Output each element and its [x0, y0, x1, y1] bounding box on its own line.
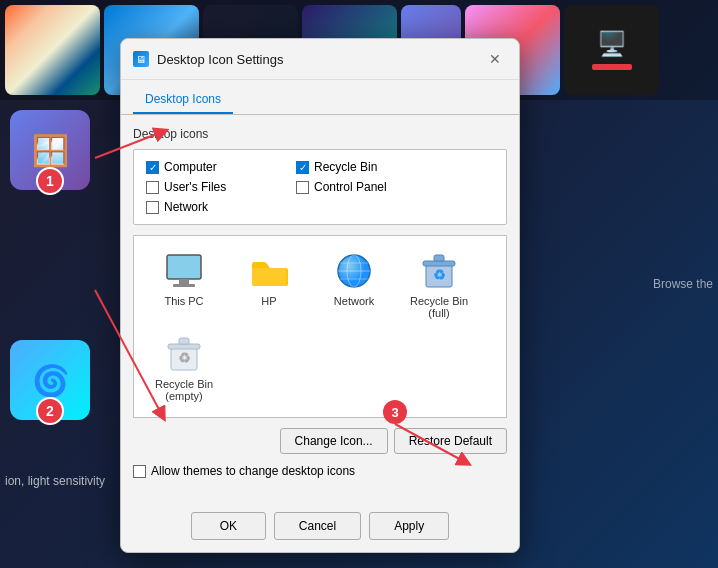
this-pc-label: This PC [164, 295, 203, 307]
checkbox-computer[interactable]: Computer [146, 160, 276, 174]
bottom-left-text: ion, light sensitivity [5, 474, 105, 488]
sidebar-badge-1: 1 [36, 167, 64, 195]
icon-network[interactable]: Network [314, 246, 394, 324]
change-icon-button[interactable]: Change Icon... [280, 428, 388, 454]
right-edge-text: Browse the [648, 267, 718, 301]
network-icon [334, 251, 374, 291]
control-panel-checkbox[interactable] [296, 181, 309, 194]
computer-label: Computer [164, 160, 217, 174]
dialog-close-button[interactable]: ✕ [483, 47, 507, 71]
icon-hp[interactable]: HP [229, 246, 309, 324]
checkbox-users-files[interactable]: User's Files [146, 180, 276, 194]
recycle-bin-checkbox[interactable] [296, 161, 309, 174]
restore-default-button[interactable]: Restore Default [394, 428, 507, 454]
allow-themes-row: Allow themes to change desktop icons [133, 464, 507, 478]
icon-this-pc[interactable]: This PC [144, 246, 224, 324]
dialog-title: Desktop Icon Settings [157, 52, 483, 67]
network-checkbox[interactable] [146, 201, 159, 214]
checkbox-row-2: User's Files Control Panel [146, 180, 494, 194]
apply-button[interactable]: Apply [369, 512, 449, 540]
svg-rect-9 [423, 261, 455, 266]
svg-rect-12 [168, 344, 200, 349]
recycle-bin-label: Recycle Bin [314, 160, 377, 174]
checkbox-recycle-bin[interactable]: Recycle Bin [296, 160, 426, 174]
checkbox-row-3: Network [146, 200, 494, 214]
recycle-empty-label: Recycle Bin (empty) [155, 378, 213, 402]
sidebar-app-1-container: 🪟 1 [10, 110, 90, 190]
ok-button[interactable]: OK [191, 512, 266, 540]
sidebar-badge-2: 2 [36, 397, 64, 425]
network-label: Network [334, 295, 374, 307]
checkbox-network[interactable]: Network [146, 200, 276, 214]
allow-themes-checkbox[interactable] [133, 465, 146, 478]
recycle-full-icon: ♻ [419, 251, 459, 291]
checkboxes-group: Computer Recycle Bin User's Files Contro… [133, 149, 507, 225]
svg-text:♻: ♻ [433, 267, 446, 283]
icon-recycle-full[interactable]: ♻ Recycle Bin (full) [399, 246, 479, 324]
section-title-desktop-icons: Desktop icons [133, 127, 507, 141]
sidebar-app-2-container: 🌀 2 [10, 280, 90, 420]
dialog-titlebar: 🖥 Desktop Icon Settings ✕ [121, 39, 519, 80]
svg-rect-1 [179, 279, 189, 284]
icon-recycle-empty[interactable]: ♻ Recycle Bin (empty) [144, 329, 224, 407]
thumbnail-1 [5, 5, 100, 95]
hp-icon [249, 251, 289, 291]
action-buttons: Change Icon... Restore Default [133, 428, 507, 454]
allow-themes-label: Allow themes to change desktop icons [151, 464, 355, 478]
cancel-button[interactable]: Cancel [274, 512, 361, 540]
hp-label: HP [261, 295, 276, 307]
network-label: Network [164, 200, 208, 214]
dialog-content: Desktop icons Computer Recycle Bin User'… [121, 115, 519, 502]
left-sidebar: 🪟 1 🌀 2 [0, 100, 100, 568]
checkbox-row-1: Computer Recycle Bin [146, 160, 494, 174]
svg-rect-0 [167, 255, 201, 279]
checkbox-control-panel[interactable]: Control Panel [296, 180, 426, 194]
dialog-bottom-buttons: OK Cancel Apply [121, 502, 519, 552]
dialog-tabs: Desktop Icons [121, 80, 519, 115]
tab-desktop-icons[interactable]: Desktop Icons [133, 86, 233, 114]
dialog-app-icon: 🖥 [133, 51, 149, 67]
desktop-icon-settings-dialog: 🖥 Desktop Icon Settings ✕ Desktop Icons … [120, 38, 520, 553]
annotation-badge-3: 3 [383, 400, 407, 424]
control-panel-label: Control Panel [314, 180, 387, 194]
this-pc-icon [164, 251, 204, 291]
users-files-label: User's Files [164, 180, 226, 194]
svg-text:♻: ♻ [178, 350, 191, 366]
recycle-empty-icon: ♻ [164, 334, 204, 374]
computer-checkbox[interactable] [146, 161, 159, 174]
users-files-checkbox[interactable] [146, 181, 159, 194]
svg-rect-2 [173, 284, 195, 287]
recycle-full-label: Recycle Bin (full) [410, 295, 468, 319]
icons-grid: This PC HP [133, 235, 507, 418]
thumbnail-7: 🖥️ [564, 5, 659, 95]
